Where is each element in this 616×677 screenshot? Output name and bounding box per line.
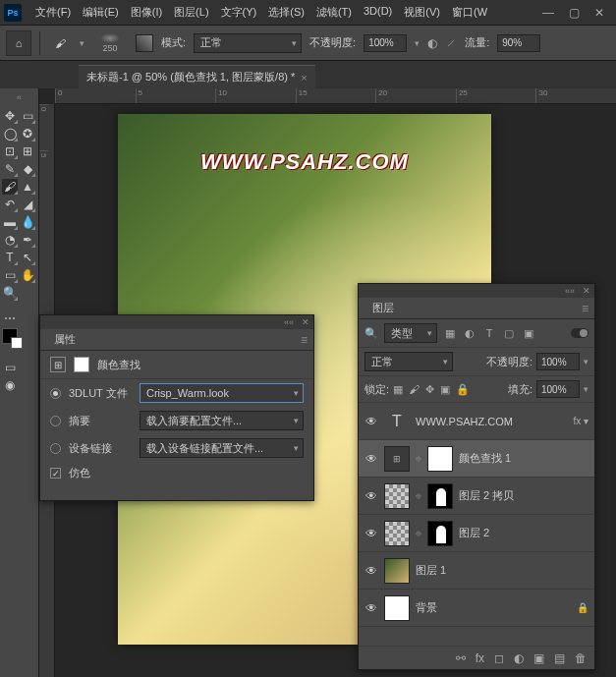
brush-tool[interactable]: 🖌 bbox=[2, 179, 18, 195]
mask-thumb[interactable] bbox=[427, 483, 453, 509]
panel-titlebar[interactable]: ««✕ bbox=[40, 315, 313, 329]
layer-thumb[interactable] bbox=[384, 558, 410, 584]
maximize-button[interactable]: ▢ bbox=[567, 6, 581, 20]
close-panel-icon[interactable]: ✕ bbox=[583, 286, 590, 296]
menu-text[interactable]: 文字(Y) bbox=[215, 1, 263, 24]
menu-filter[interactable]: 滤镜(T) bbox=[310, 1, 358, 24]
layer-thumb[interactable] bbox=[384, 595, 410, 621]
filter-image-icon[interactable]: ▦ bbox=[443, 326, 457, 340]
blend-mode-select[interactable]: 正常 bbox=[194, 33, 302, 53]
stamp-tool[interactable]: ▲ bbox=[20, 179, 35, 195]
brush-tool-icon[interactable]: 🖌 bbox=[48, 31, 72, 55]
layer-row[interactable]: 👁 ⎆ 图层 2 bbox=[359, 515, 594, 552]
visibility-icon[interactable]: 👁 bbox=[364, 564, 378, 578]
eyedropper-tool[interactable]: ✎ bbox=[2, 161, 18, 177]
menu-edit[interactable]: 编辑(E) bbox=[77, 1, 125, 24]
radio-abstract[interactable] bbox=[50, 416, 61, 426]
blend-mode-select[interactable]: 正常 bbox=[364, 352, 453, 371]
visibility-icon[interactable]: 👁 bbox=[364, 415, 378, 428]
foreground-color[interactable] bbox=[2, 328, 18, 344]
delete-layer-icon[interactable]: 🗑 bbox=[575, 651, 587, 665]
lock-paint-icon[interactable]: 🖌 bbox=[409, 383, 420, 396]
background-color[interactable] bbox=[11, 337, 23, 349]
opacity-input[interactable]: 100% bbox=[364, 34, 407, 52]
link-layers-icon[interactable]: ⚯ bbox=[456, 651, 466, 665]
close-tab-icon[interactable]: × bbox=[301, 72, 307, 84]
quick-mask-icon[interactable]: ◉ bbox=[2, 377, 18, 393]
lock-all-icon[interactable]: 🔒 bbox=[456, 383, 470, 396]
visibility-icon[interactable]: 👁 bbox=[364, 489, 378, 503]
layer-thumb[interactable] bbox=[384, 521, 410, 546]
abstract-select[interactable]: 载入摘要配置文件... bbox=[140, 411, 304, 430]
screen-mode-icon[interactable]: ▭ bbox=[2, 360, 18, 375]
collapse-icon[interactable]: «« bbox=[565, 286, 575, 296]
gradient-tool[interactable]: ▬ bbox=[2, 214, 18, 230]
menu-3d[interactable]: 3D(D) bbox=[358, 1, 398, 24]
menu-select[interactable]: 选择(S) bbox=[262, 1, 310, 24]
layer-row-text[interactable]: 👁 T WWW.PSAHZ.COM fx ▾ bbox=[359, 403, 594, 440]
menu-image[interactable]: 图像(I) bbox=[125, 1, 168, 24]
layer-thumb[interactable] bbox=[384, 483, 410, 509]
lock-transparent-icon[interactable]: ▦ bbox=[393, 383, 403, 396]
brush-preview[interactable]: 250 bbox=[92, 33, 128, 53]
pressure-opacity-icon[interactable]: ◐ bbox=[427, 36, 437, 50]
new-layer-icon[interactable]: ▤ bbox=[554, 651, 565, 665]
dots-icon[interactable]: ⋯ bbox=[2, 310, 18, 326]
visibility-icon[interactable]: 👁 bbox=[364, 601, 378, 615]
layer-filter-select[interactable]: 类型 bbox=[384, 323, 437, 343]
layers-tab[interactable]: 图层 bbox=[364, 298, 402, 318]
radio-3dlut[interactable] bbox=[50, 388, 61, 399]
marquee-tool[interactable]: ▭ bbox=[20, 108, 35, 124]
document-tab[interactable]: 未标题-1 @ 50% (颜色查找 1, 图层蒙版/8) * × bbox=[79, 65, 315, 88]
mask-thumb[interactable] bbox=[427, 446, 453, 472]
panel-titlebar[interactable]: ««✕ bbox=[359, 284, 594, 298]
layer-row[interactable]: 👁 ⎆ 图层 2 拷贝 bbox=[359, 478, 594, 515]
lock-artboard-icon[interactable]: ▣ bbox=[440, 383, 450, 396]
filter-smart-icon[interactable]: ▣ bbox=[522, 326, 535, 340]
shape-tool[interactable]: ▭ bbox=[2, 267, 18, 283]
hand-tool[interactable]: ✋ bbox=[20, 267, 35, 283]
layer-row[interactable]: 👁 图层 1 bbox=[359, 552, 594, 590]
pen-tool[interactable]: ✒ bbox=[20, 232, 35, 248]
layer-row-colorlookup[interactable]: 👁 ⊞ ⎆ 颜色查找 1 bbox=[359, 440, 594, 478]
zoom-tool[interactable]: 🔍 bbox=[2, 285, 18, 301]
path-tool[interactable]: ↖ bbox=[20, 250, 35, 265]
lut-file-select[interactable]: Crisp_Warm.look bbox=[140, 383, 304, 403]
text-tool[interactable]: T bbox=[2, 250, 18, 265]
adjustment-layer-icon[interactable]: ◐ bbox=[514, 651, 524, 665]
panel-menu-icon[interactable]: ≡ bbox=[582, 302, 588, 315]
dither-checkbox[interactable] bbox=[50, 468, 61, 479]
close-panel-icon[interactable]: ✕ bbox=[302, 317, 309, 327]
search-icon[interactable]: 🔍 bbox=[364, 327, 378, 340]
minimize-button[interactable]: — bbox=[541, 6, 555, 20]
filter-toggle[interactable] bbox=[571, 328, 588, 338]
move-tool[interactable]: ✥ bbox=[2, 108, 18, 124]
radio-device[interactable] bbox=[50, 443, 61, 454]
flow-input[interactable]: 90% bbox=[497, 34, 540, 52]
filter-shape-icon[interactable]: ▢ bbox=[502, 326, 516, 340]
panel-menu-icon[interactable]: ≡ bbox=[301, 333, 308, 347]
layer-row-background[interactable]: 👁 背景 🔒 bbox=[359, 590, 594, 627]
menu-window[interactable]: 窗口(W bbox=[446, 1, 493, 24]
visibility-icon[interactable]: 👁 bbox=[364, 527, 378, 540]
fill-input[interactable]: 100% bbox=[536, 380, 580, 398]
quick-select-tool[interactable]: ✪ bbox=[20, 126, 35, 141]
lock-position-icon[interactable]: ✥ bbox=[425, 383, 434, 396]
crop-tool[interactable]: ⊡ bbox=[2, 143, 18, 159]
airbrush-icon[interactable]: ⟋ bbox=[445, 36, 457, 50]
group-icon[interactable]: ▣ bbox=[533, 651, 544, 665]
chevron-down-icon[interactable]: ▾ bbox=[415, 38, 420, 48]
brush-panel-icon[interactable] bbox=[136, 34, 153, 52]
menu-layer[interactable]: 图层(L) bbox=[168, 1, 214, 24]
fx-indicator[interactable]: fx ▾ bbox=[573, 416, 588, 426]
layer-opacity-input[interactable]: 100% bbox=[536, 353, 580, 370]
blur-tool[interactable]: 💧 bbox=[20, 214, 35, 230]
history-brush-tool[interactable]: ↶ bbox=[2, 197, 18, 212]
home-icon[interactable]: ⌂ bbox=[6, 30, 31, 56]
menu-file[interactable]: 文件(F) bbox=[29, 1, 77, 24]
properties-tab[interactable]: 属性 bbox=[46, 329, 84, 350]
collapse-icon[interactable]: «« bbox=[284, 317, 294, 327]
eraser-tool[interactable]: ◢ bbox=[20, 197, 35, 212]
menu-view[interactable]: 视图(V) bbox=[398, 1, 446, 24]
healing-tool[interactable]: ◆ bbox=[20, 161, 35, 177]
